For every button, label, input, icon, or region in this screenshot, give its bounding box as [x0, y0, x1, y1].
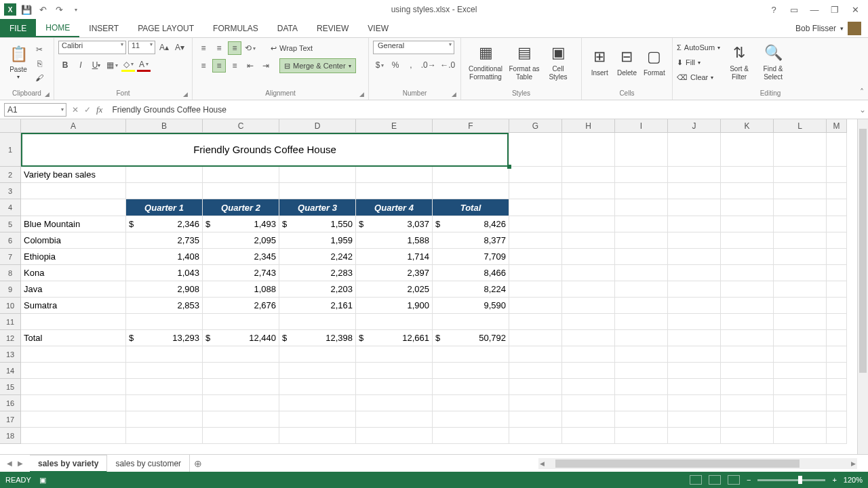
cell[interactable] — [562, 232, 615, 249]
data-cell[interactable]: 2,161 — [279, 298, 356, 314]
data-cell[interactable]: $1,550 — [279, 216, 356, 232]
bold-button[interactable]: B — [58, 58, 72, 72]
row-name[interactable]: Blue Mountain — [21, 216, 126, 232]
cell[interactable] — [827, 249, 847, 265]
paste-button[interactable]: 📋 Paste ▾ — [4, 41, 33, 84]
decrease-indent-icon[interactable]: ⇤ — [243, 59, 257, 73]
cell[interactable] — [774, 133, 827, 167]
cell[interactable] — [356, 411, 433, 428]
align-bottom-icon[interactable]: ≡ — [228, 41, 241, 55]
cell[interactable] — [827, 363, 847, 379]
col-header-E[interactable]: E — [356, 119, 433, 133]
cell[interactable] — [203, 411, 279, 428]
cell[interactable] — [668, 411, 721, 428]
cell[interactable] — [827, 265, 847, 281]
cell[interactable] — [21, 346, 126, 363]
row-header-2[interactable]: 2 — [0, 167, 21, 183]
cell[interactable] — [203, 395, 279, 411]
data-cell[interactable]: 1,959 — [279, 232, 356, 249]
cell[interactable] — [774, 314, 827, 330]
total-cell[interactable]: 8,224 — [433, 281, 509, 298]
cell[interactable] — [827, 167, 847, 183]
total-data-cell[interactable]: $12,661 — [356, 330, 433, 346]
cell[interactable] — [21, 314, 126, 330]
cell[interactable] — [668, 133, 721, 167]
cell[interactable] — [668, 298, 721, 314]
cell[interactable] — [615, 216, 668, 232]
cell[interactable] — [774, 183, 827, 199]
cell[interactable] — [562, 411, 615, 428]
cell[interactable] — [615, 346, 668, 363]
select-all-corner[interactable] — [0, 119, 21, 133]
cell[interactable] — [433, 346, 509, 363]
col-header-L[interactable]: L — [774, 119, 827, 133]
align-left-icon[interactable]: ≡ — [197, 59, 210, 73]
align-top-icon[interactable]: ≡ — [197, 41, 210, 55]
save-icon[interactable]: 💾 — [20, 3, 33, 16]
cell[interactable] — [615, 183, 668, 199]
delete-cells-button[interactable]: ⊟ Delete — [613, 41, 640, 84]
cell[interactable] — [433, 183, 509, 199]
fx-icon[interactable]: fx — [96, 104, 102, 115]
cell[interactable] — [279, 314, 356, 330]
cell[interactable] — [509, 232, 562, 249]
cell[interactable] — [356, 183, 433, 199]
increase-font-icon[interactable]: A▴ — [157, 41, 171, 54]
cell[interactable] — [827, 281, 847, 298]
percent-format-icon[interactable]: % — [389, 58, 402, 72]
cell[interactable] — [203, 314, 279, 330]
cell[interactable] — [562, 265, 615, 281]
insert-cells-button[interactable]: ⊞ Insert — [586, 41, 613, 84]
page-break-view-icon[interactable] — [728, 475, 740, 485]
cell[interactable] — [615, 265, 668, 281]
cell[interactable] — [721, 395, 774, 411]
cell[interactable] — [279, 363, 356, 379]
cell[interactable] — [668, 395, 721, 411]
data-cell[interactable]: $3,037 — [356, 216, 433, 232]
table-header[interactable]: Quarter 4 — [356, 199, 433, 216]
cell[interactable] — [827, 183, 847, 199]
cell[interactable] — [509, 298, 562, 314]
cell[interactable] — [827, 314, 847, 330]
clipboard-dialog-launcher[interactable]: ◢ — [45, 91, 52, 98]
tab-review[interactable]: REVIEW — [307, 19, 358, 37]
cell[interactable] — [21, 199, 126, 216]
zoom-level[interactable]: 120% — [844, 476, 863, 484]
cell[interactable] — [721, 428, 774, 444]
cell[interactable] — [774, 167, 827, 183]
cell[interactable] — [615, 298, 668, 314]
clear-button[interactable]: ⌫Clear▾ — [677, 70, 720, 84]
data-cell[interactable]: 2,676 — [203, 298, 279, 314]
cell[interactable] — [827, 216, 847, 232]
cell[interactable] — [279, 183, 356, 199]
autosum-button[interactable]: ΣAutoSum▾ — [677, 41, 720, 54]
cell[interactable] — [827, 428, 847, 444]
font-color-icon[interactable]: A — [137, 58, 151, 72]
cell[interactable] — [279, 411, 356, 428]
cell[interactable] — [827, 298, 847, 314]
cell[interactable] — [509, 216, 562, 232]
cell[interactable] — [562, 363, 615, 379]
tab-home[interactable]: HOME — [36, 19, 79, 37]
sheet-tab-sales-by-variety[interactable]: sales by variety — [30, 455, 107, 472]
cell[interactable] — [509, 363, 562, 379]
data-cell[interactable]: 1,408 — [126, 249, 203, 265]
ribbon-options-icon[interactable]: ▭ — [788, 5, 800, 15]
user-area[interactable]: Bob Flisser ▾ — [795, 19, 868, 37]
data-cell[interactable]: 2,853 — [126, 298, 203, 314]
collapse-ribbon-icon[interactable]: ˄ — [860, 87, 864, 97]
total-cell[interactable]: 7,709 — [433, 249, 509, 265]
cell[interactable] — [827, 395, 847, 411]
data-cell[interactable]: 2,095 — [203, 232, 279, 249]
row-name[interactable]: Colombia — [21, 232, 126, 249]
total-cell[interactable]: 9,590 — [433, 298, 509, 314]
data-cell[interactable]: 2,743 — [203, 265, 279, 281]
macro-record-icon[interactable]: ▣ — [39, 476, 46, 485]
fill-color-icon[interactable]: ◇ — [121, 58, 135, 72]
cell[interactable] — [668, 330, 721, 346]
font-size-select[interactable]: 11▾ — [128, 41, 155, 54]
cell[interactable] — [21, 379, 126, 395]
row-header-12[interactable]: 12 — [0, 330, 21, 346]
italic-button[interactable]: I — [74, 58, 87, 72]
font-name-select[interactable]: Calibri▾ — [58, 41, 126, 54]
